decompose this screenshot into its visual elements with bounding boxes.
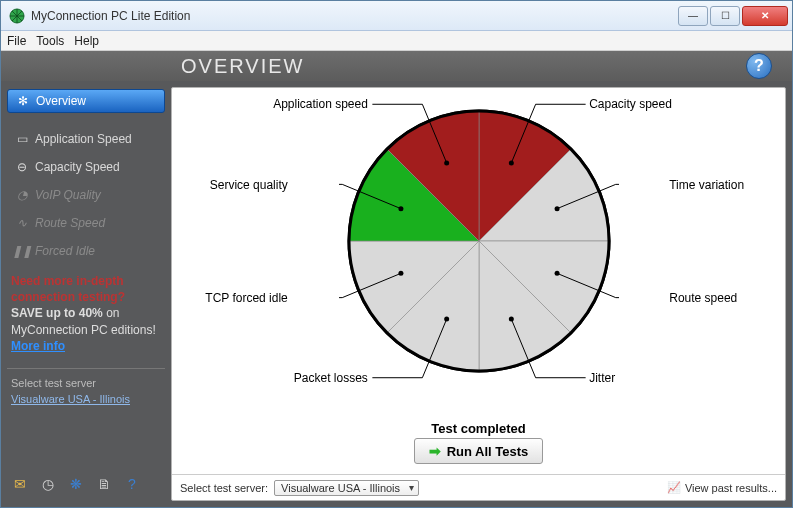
sidebar-item-capacity-speed[interactable]: ⊖ Capacity Speed: [7, 155, 165, 179]
sidebar-item-label: Forced Idle: [35, 244, 95, 258]
svg-point-5: [508, 317, 513, 322]
menu-file[interactable]: File: [7, 34, 26, 48]
sidebar-item-forced-idle: ❚❚ Forced Idle: [7, 239, 165, 263]
page-title: OVERVIEW: [181, 55, 304, 78]
sidebar-item-label: Overview: [36, 94, 86, 108]
svg-point-3: [554, 206, 559, 211]
server-select-value: Visualware USA - Illinois: [281, 482, 400, 494]
route-icon: ∿: [15, 216, 29, 230]
sidebar-item-route-speed: ∿ Route Speed: [7, 211, 165, 235]
pie-slice-label: Service quality: [210, 178, 288, 192]
voip-icon: ◔: [15, 188, 29, 202]
titlebar: MyConnection PC Lite Edition — ☐ ✕: [1, 1, 792, 31]
sidebar-item-label: Capacity Speed: [35, 160, 120, 174]
sidebar-item-overview[interactable]: ✻ Overview: [7, 89, 165, 113]
pause-icon: ❚❚: [15, 244, 29, 258]
menubar: File Tools Help: [1, 31, 792, 51]
svg-point-7: [398, 271, 403, 276]
select-server-label: Select test server: [7, 377, 165, 389]
help-small-icon[interactable]: ?: [123, 475, 141, 493]
document-icon[interactable]: 🗎: [95, 475, 113, 493]
content-panel: Capacity speedTime variationRoute speedJ…: [171, 87, 786, 501]
minimize-button[interactable]: —: [678, 6, 708, 26]
svg-point-4: [554, 271, 559, 276]
header-band: OVERVIEW ?: [1, 51, 792, 81]
globe-icon[interactable]: ❋: [67, 475, 85, 493]
promo-save: SAVE up to 40%: [11, 306, 103, 320]
svg-point-9: [444, 161, 449, 166]
sidebar-item-voip-quality: ◔ VoIP Quality: [7, 183, 165, 207]
svg-point-6: [444, 317, 449, 322]
sidebar-bottom-icons: ✉ ◷ ❋ 🗎 ?: [7, 469, 165, 499]
svg-point-2: [508, 161, 513, 166]
sidebar-item-label: VoIP Quality: [35, 188, 101, 202]
server-select-dropdown[interactable]: Visualware USA - Illinois: [274, 480, 419, 496]
sidebar: ✻ Overview ▭ Application Speed ⊖ Capacit…: [1, 81, 171, 507]
promo-headline: Need more in-depth connection testing?: [11, 274, 125, 304]
run-button-label: Run All Tests: [447, 444, 529, 459]
pie-slice-label: Route speed: [669, 291, 737, 305]
past-results-label: View past results...: [685, 482, 777, 494]
menu-tools[interactable]: Tools: [36, 34, 64, 48]
pie-slice-label: Capacity speed: [589, 97, 672, 111]
snowflake-icon: ✻: [16, 94, 30, 108]
clock-icon[interactable]: ◷: [39, 475, 57, 493]
main-area: ✻ Overview ▭ Application Speed ⊖ Capacit…: [1, 81, 792, 507]
pie-slice-label: Application speed: [273, 97, 368, 111]
maximize-button[interactable]: ☐: [710, 6, 740, 26]
status-row: Test completed ➡ Run All Tests: [172, 421, 785, 474]
pie-slice-label: Jitter: [589, 371, 615, 385]
app-icon: [9, 8, 25, 24]
content-bottom-bar: Select test server: Visualware USA - Ill…: [172, 474, 785, 500]
pie-slice-label: Time variation: [669, 178, 744, 192]
pie-slice-label: TCP forced idle: [205, 291, 287, 305]
pie-chart: Capacity speedTime variationRoute speedJ…: [172, 88, 785, 421]
window-title: MyConnection PC Lite Edition: [31, 9, 678, 23]
chart-icon: 📈: [667, 481, 681, 494]
promo-more-info-link[interactable]: More info: [11, 339, 65, 353]
sidebar-item-application-speed[interactable]: ▭ Application Speed: [7, 127, 165, 151]
menu-help[interactable]: Help: [74, 34, 99, 48]
svg-point-8: [398, 206, 403, 211]
window-controls: — ☐ ✕: [678, 6, 788, 26]
capacity-icon: ⊖: [15, 160, 29, 174]
arrow-right-icon: ➡: [429, 443, 441, 459]
mail-icon[interactable]: ✉: [11, 475, 29, 493]
server-link[interactable]: Visualware USA - Illinois: [7, 393, 165, 405]
select-server-bottom-label: Select test server:: [180, 482, 268, 494]
promo-block: Need more in-depth connection testing? S…: [7, 267, 165, 360]
sidebar-separator: [7, 368, 165, 369]
run-all-tests-button[interactable]: ➡ Run All Tests: [414, 438, 544, 464]
help-icon[interactable]: ?: [746, 53, 772, 79]
app-window: MyConnection PC Lite Edition — ☐ ✕ File …: [0, 0, 793, 508]
pie-svg: [339, 101, 619, 381]
sidebar-item-label: Route Speed: [35, 216, 105, 230]
app-speed-icon: ▭: [15, 132, 29, 146]
view-past-results-link[interactable]: 📈 View past results...: [667, 481, 777, 494]
sidebar-item-label: Application Speed: [35, 132, 132, 146]
pie-slice-label: Packet losses: [294, 371, 368, 385]
close-button[interactable]: ✕: [742, 6, 788, 26]
status-text: Test completed: [172, 421, 785, 436]
